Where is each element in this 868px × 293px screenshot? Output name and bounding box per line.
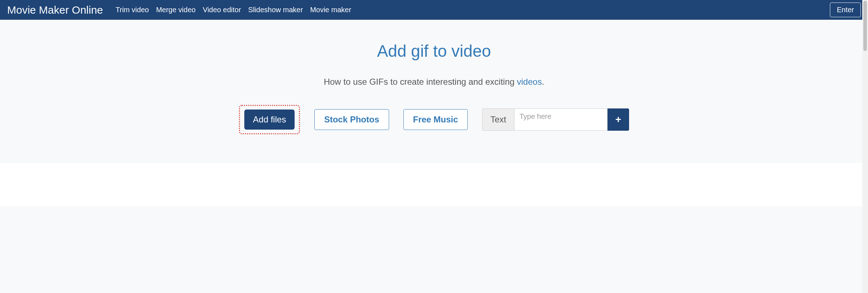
add-files-highlight: Add files [239, 105, 300, 134]
text-input[interactable] [514, 108, 608, 131]
nav-links: Trim video Merge video Video editor Slid… [116, 6, 351, 14]
nav-link-movie-maker[interactable]: Movie maker [310, 6, 351, 14]
add-text-button[interactable]: + [608, 108, 629, 131]
content-area: Add gif to video How to use GIFs to crea… [0, 20, 868, 163]
free-music-button[interactable]: Free Music [403, 109, 468, 130]
nav-link-video-editor[interactable]: Video editor [203, 6, 241, 14]
toolbar: Add files Stock Photos Free Music Text + [7, 105, 861, 134]
nav-link-slideshow-maker[interactable]: Slideshow maker [248, 6, 303, 14]
subtitle-text-prefix: How to use GIFs to create interesting an… [324, 77, 517, 87]
navbar: Movie Maker Online Trim video Merge vide… [0, 0, 868, 20]
page-subtitle: How to use GIFs to create interesting an… [7, 77, 861, 87]
nav-link-merge-video[interactable]: Merge video [156, 6, 195, 14]
scrollbar-track[interactable] [862, 0, 868, 206]
add-files-button[interactable]: Add files [244, 110, 295, 130]
nav-link-trim-video[interactable]: Trim video [116, 6, 149, 14]
page-title: Add gif to video [7, 41, 861, 61]
text-input-group: Text + [482, 108, 629, 131]
enter-button[interactable]: Enter [830, 3, 861, 17]
text-addon-label: Text [482, 108, 514, 131]
brand-logo[interactable]: Movie Maker Online [7, 4, 103, 16]
scrollbar-thumb[interactable] [863, 1, 867, 51]
stock-photos-button[interactable]: Stock Photos [314, 109, 389, 130]
plus-icon: + [615, 114, 621, 125]
below-content [0, 163, 868, 206]
subtitle-link-videos[interactable]: videos [517, 77, 542, 87]
navbar-left: Movie Maker Online Trim video Merge vide… [7, 4, 351, 16]
subtitle-text-suffix: . [542, 77, 544, 87]
